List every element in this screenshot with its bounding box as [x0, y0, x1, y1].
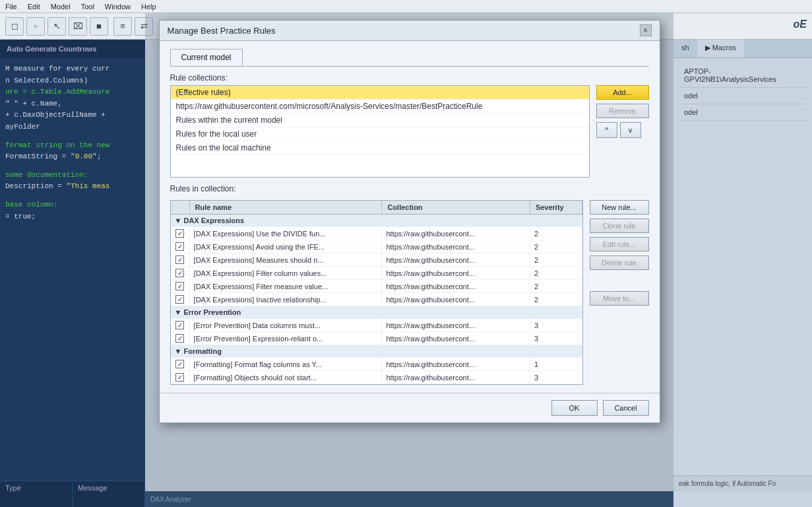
right-item-3[interactable]: odel — [679, 104, 807, 121]
right-item-1[interactable]: APTOP-GPVI2NB1\AnalysisServices — [679, 63, 807, 88]
toolbar-btn-2[interactable]: ▫ — [26, 17, 45, 36]
collection-cell: https://raw.githubusercont... — [382, 371, 530, 384]
severity-cell: 2 — [530, 267, 582, 280]
toolbar-btn-5[interactable]: ■ — [90, 17, 108, 36]
checkbox-cell[interactable]: ✓ — [171, 240, 190, 254]
checkbox-icon: ✓ — [175, 373, 184, 382]
collection-item-model[interactable]: Rules within the current model — [171, 114, 589, 127]
severity-cell: 2 — [530, 280, 582, 293]
toolbar-btn-4[interactable]: ⌧ — [69, 17, 87, 36]
group-dax-expressions[interactable]: ▼ DAX Expressions — [171, 215, 582, 227]
checkbox-cell[interactable]: ✓ — [171, 254, 190, 267]
menu-file[interactable]: File — [5, 3, 17, 11]
delete-rule-button[interactable]: Delete rule — [590, 255, 649, 270]
right-tab-sh[interactable]: sh — [673, 40, 697, 57]
collections-list[interactable]: (Effective rules) https://raw.githubuser… — [170, 85, 590, 178]
table-row[interactable]: ✓ [Formatting] Objects should not start.… — [171, 371, 582, 384]
collection-item-github[interactable]: https://raw.githubusercontent.com/micros… — [171, 100, 589, 114]
collections-container: (Effective rules) https://raw.githubuser… — [170, 85, 649, 178]
toolbar-btn-3[interactable]: ↖ — [47, 17, 66, 36]
table-row[interactable]: ✓ [DAX Expressions] Measures should n...… — [171, 254, 582, 267]
right-tab-macros[interactable]: ▶ Macros — [697, 40, 744, 57]
code-line-5: + c.DaxObjectFullName + — [5, 110, 140, 121]
right-item-2[interactable]: odel — [679, 88, 807, 104]
collection-item-local-machine[interactable]: Rules on the local machine — [171, 141, 589, 155]
dialog-title: Manage Best Practice Rules — [168, 26, 276, 36]
table-row[interactable]: ✓ [DAX Expressions] Inactive relationshi… — [171, 293, 582, 306]
table-row[interactable]: ✓ [DAX Expressions] Use the DIVIDE fun..… — [171, 227, 582, 240]
toolbar-btn-1[interactable]: ◻ — [5, 17, 24, 36]
remove-button[interactable]: Remove — [596, 104, 649, 118]
rules-table-scroll[interactable]: Rule name Collection Severity ▼ DAX Expr… — [171, 201, 582, 384]
checkbox-cell[interactable]: ✓ — [171, 332, 190, 345]
ok-button[interactable]: OK — [551, 400, 598, 416]
severity-cell: 3 — [530, 332, 582, 345]
group-header-error: ▼ Error Prevention — [171, 306, 582, 319]
rules-row: Rule name Collection Severity ▼ DAX Expr… — [170, 200, 649, 385]
th-severity: Severity — [530, 201, 582, 215]
th-collection: Collection — [382, 201, 530, 215]
checkbox-icon: ✓ — [175, 242, 184, 251]
edit-rule-button[interactable]: Edit rule... — [590, 237, 649, 252]
table-row[interactable]: ✓ [DAX Expressions] Filter measure value… — [171, 280, 582, 293]
checkbox-icon: ✓ — [175, 295, 184, 304]
code-line-9: some documentation: — [5, 170, 140, 182]
severity-cell: 2 — [530, 293, 582, 306]
checkbox-icon: ✓ — [175, 282, 184, 290]
group-error-prevention[interactable]: ▼ Error Prevention — [171, 306, 582, 319]
collections-buttons: Add... Remove ^ v — [596, 85, 649, 138]
add-button[interactable]: Add... — [596, 85, 649, 100]
checkbox-cell[interactable]: ✓ — [171, 371, 190, 384]
severity-cell: 3 — [530, 371, 582, 384]
cancel-button[interactable]: Cancel — [603, 400, 649, 416]
down-button[interactable]: v — [620, 122, 641, 138]
code-area: M measure for every curr n Selected.Colu… — [0, 58, 145, 228]
code-line-1: M measure for every curr — [5, 63, 140, 75]
menu-model[interactable]: Model — [51, 3, 71, 11]
toolbar-btn-6[interactable]: ≡ — [113, 17, 132, 36]
dialog-body: Current model Rule collections: (Effecti… — [160, 41, 660, 393]
rules-buttons: New rule... Clone rule Edit rule... Dele… — [590, 200, 649, 306]
checkbox-cell[interactable]: ✓ — [171, 280, 190, 293]
right-tabs: sh ▶ Macros — [673, 40, 812, 58]
collection-cell: https://raw.githubusercont... — [382, 293, 530, 306]
menu-help[interactable]: Help — [141, 3, 156, 11]
rule-name-cell: [Formatting] Objects should not start... — [189, 371, 382, 384]
app-logo: oE — [794, 18, 807, 30]
clone-rule-button[interactable]: Clone rule — [590, 219, 649, 233]
table-row[interactable]: ✓ [DAX Expressions] Filter column values… — [171, 267, 582, 280]
rules-in-collection-section: Rules in collection: Rule name Collectio… — [170, 184, 649, 385]
collection-cell: https://raw.githubusercont... — [382, 227, 530, 240]
dialog-close-button[interactable]: × — [640, 24, 652, 36]
checkbox-cell[interactable]: ✓ — [171, 293, 190, 306]
checkbox-cell[interactable]: ✓ — [171, 358, 190, 371]
code-line-11: base column: — [5, 199, 140, 211]
dialog-titlebar: Manage Best Practice Rules × — [160, 20, 660, 41]
menu-window[interactable]: Window — [105, 3, 131, 11]
tab-bar: Current model — [170, 49, 649, 67]
severity-cell: 2 — [530, 227, 582, 240]
code-line-7: format string on the new — [5, 140, 140, 152]
checkbox-cell[interactable]: ✓ — [171, 227, 190, 240]
rule-collections-label: Rule collections: — [170, 73, 649, 83]
collection-item-effective[interactable]: (Effective rules) — [171, 86, 589, 100]
table-row[interactable]: ✓ [Error Prevention] Data columns must..… — [171, 319, 582, 332]
arrow-buttons: ^ v — [596, 122, 649, 138]
collection-cell: https://raw.githubusercont... — [382, 358, 530, 371]
menu-edit[interactable]: Edit — [28, 3, 40, 11]
checkbox-cell[interactable]: ✓ — [171, 267, 190, 280]
menubar: File Edit Model Tool Window Help — [0, 0, 812, 13]
move-to-button[interactable]: Move to... — [590, 291, 649, 306]
collection-item-local-user[interactable]: Rules for the local user — [171, 127, 589, 141]
group-formatting[interactable]: ▼ Formatting — [171, 345, 582, 358]
table-row[interactable]: ✓ [Error Prevention] Expression-reliant … — [171, 332, 582, 345]
table-row[interactable]: ✓ [Formatting] Format flag columns as Y.… — [171, 358, 582, 371]
tab-current-model[interactable]: Current model — [170, 49, 243, 66]
checkbox-icon: ✓ — [175, 334, 184, 343]
menu-tool[interactable]: Tool — [81, 3, 94, 11]
group-header-formatting: ▼ Formatting — [171, 345, 582, 358]
table-row[interactable]: ✓ [DAX Expressions] Avoid using the IFE.… — [171, 240, 582, 254]
up-button[interactable]: ^ — [596, 122, 617, 138]
checkbox-cell[interactable]: ✓ — [171, 319, 190, 332]
new-rule-button[interactable]: New rule... — [590, 200, 649, 215]
